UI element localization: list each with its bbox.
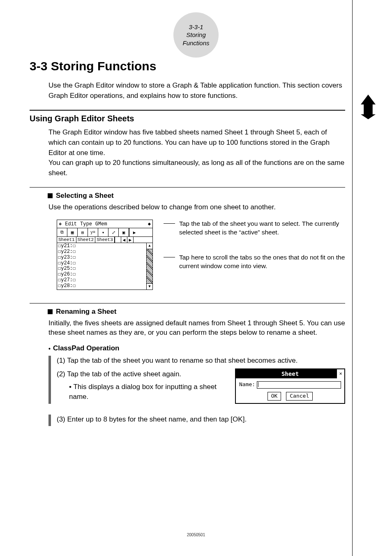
list-item[interactable]: ☐y24:☐: [58, 261, 145, 266]
list-item[interactable]: ☐y21:☐: [58, 243, 145, 249]
menu-more-icon[interactable]: ◆: [148, 221, 151, 227]
rule-thin-1: [30, 187, 345, 188]
step-1: (1) Tap the tab of the sheet you want to…: [57, 356, 345, 366]
heading-1: 3-3 Storing Functions: [30, 59, 345, 73]
list-item[interactable]: ☐y26:☐: [58, 272, 145, 278]
classpad-operation-heading: ClassPad Operation: [48, 344, 345, 352]
rule-thick: [30, 110, 345, 111]
side-marker-icon: [361, 95, 376, 119]
page-body: 3-3 Storing Functions Use the Graph Edit…: [30, 53, 345, 427]
close-icon[interactable]: ✕: [337, 369, 344, 378]
tab-sheet1[interactable]: Sheet1: [57, 237, 76, 243]
header-circle: 3-3-1 Storing Functions: [173, 12, 219, 58]
ok-button[interactable]: OK: [267, 392, 281, 401]
cancel-button[interactable]: Cancel: [286, 392, 313, 401]
heading-3-renaming-text: Renaming a Sheet: [56, 308, 116, 316]
sheets-paragraph: The Graph Editor window has five tabbed …: [48, 127, 345, 178]
tab-scroll-left[interactable]: ◀: [121, 237, 127, 243]
function-rows: ☐y21:☐ ☐y22:☐ ☐y23:☐ ☐y24:☐ ☐y25:☐ ☐y26:…: [57, 243, 146, 289]
menu-gmem[interactable]: GMem: [95, 221, 107, 227]
heading-3-renaming: Renaming a Sheet: [48, 308, 345, 316]
square-bullet-icon: [48, 309, 53, 314]
list-item[interactable]: ☐y23:☐: [58, 255, 145, 261]
rule-thin-2: [30, 303, 345, 303]
toolbar-zoom-icon[interactable]: ⤢: [108, 228, 119, 236]
sheet-dialog: Sheet ✕ Name: OK Canc: [235, 368, 345, 404]
toolbar-grid-icon[interactable]: ⊞: [78, 228, 88, 236]
step-side-bar: [48, 415, 51, 426]
header-section-number: 3-3-1: [189, 23, 203, 31]
toolbar-right-icon[interactable]: ▶: [129, 228, 139, 236]
graph-editor-figure: ❖ Edit Type GMem ◆ ⧉ ▦ ⊞ y= ▾ ⤢ ▣ ▶: [57, 220, 164, 290]
tab-scroll-divider: [115, 237, 121, 243]
renaming-paragraph: Initially, the fives sheets are assigned…: [48, 318, 345, 338]
graph-editor-menu: ❖ Edit Type GMem ◆: [57, 220, 152, 228]
scroll-up-icon[interactable]: ▲: [147, 243, 152, 249]
step-3: (3) Enter up to 8 bytes for the sheet na…: [57, 415, 345, 425]
figure-callouts: Tap the tab of the sheet you want to sel…: [171, 220, 345, 287]
dialog-title-bar: Sheet ✕: [236, 369, 344, 378]
heading-2-sheets: Using Graph Editor Sheets: [30, 114, 345, 123]
selecting-paragraph: Use the operations described below to ch…: [48, 202, 345, 212]
page-divider: [352, 0, 353, 556]
list-item[interactable]: ☐y25:☐: [58, 266, 145, 272]
toolbar-table-icon[interactable]: ▦: [67, 228, 78, 236]
heading-3-selecting: Selecting a Sheet: [48, 192, 345, 200]
scroll-track[interactable]: [147, 249, 152, 283]
menu-icon[interactable]: ❖: [59, 221, 62, 227]
toolbar-window-icon[interactable]: ▣: [119, 228, 129, 236]
toolbar-yequals-icon[interactable]: y=: [88, 228, 98, 236]
dialog-title-text: Sheet: [281, 371, 299, 377]
scroll-down-icon[interactable]: ▼: [147, 283, 152, 290]
square-bullet-icon: [48, 193, 53, 198]
step-2: (2) Tap the tab of the active sheet agai…: [57, 369, 230, 380]
footer-number: 20050501: [187, 533, 205, 537]
tab-sheet2[interactable]: Sheet2: [76, 237, 96, 243]
toolbar-graph-icon[interactable]: ⧉: [57, 228, 67, 236]
name-label: Name:: [239, 381, 255, 389]
tab-sheet3[interactable]: Sheet3: [95, 237, 115, 243]
list-item[interactable]: ☐y22:☐: [58, 249, 145, 255]
name-input[interactable]: [257, 381, 341, 389]
header-section-title: Storing Functions: [173, 31, 219, 47]
tab-scroll-right[interactable]: ▶: [127, 237, 134, 243]
figure-row: ❖ Edit Type GMem ◆ ⧉ ▦ ⊞ y= ▾ ⤢ ▣ ▶: [48, 220, 345, 290]
intro-text: Use the Graph Editor window to store a G…: [48, 81, 345, 101]
callout-scroll-tabs: Tap here to scroll the tabs so the ones …: [171, 253, 345, 271]
sheet-tabs: Sheet1 Sheet2 Sheet3 ◀ ▶: [57, 237, 152, 243]
scrollbar[interactable]: ▲ ▼: [146, 243, 152, 289]
step-2-sub: • This displays a dialog box for inputti…: [69, 382, 230, 402]
menu-edit[interactable]: Edit: [65, 221, 77, 227]
menu-type[interactable]: Type: [80, 221, 92, 227]
function-list: ☐y21:☐ ☐y22:☐ ☐y23:☐ ☐y24:☐ ☐y25:☐ ☐y26:…: [57, 243, 152, 289]
steps-block: (1) Tap the tab of the sheet you want to…: [48, 355, 345, 427]
list-item[interactable]: ☐y27:☐: [58, 278, 145, 283]
graph-editor-window: ❖ Edit Type GMem ◆ ⧉ ▦ ⊞ y= ▾ ⤢ ▣ ▶: [57, 220, 153, 290]
sheet-dialog-figure: Sheet ✕ Name: OK Canc: [235, 368, 345, 404]
heading-3-selecting-text: Selecting a Sheet: [56, 192, 114, 200]
step-side-bar: [48, 356, 51, 404]
toolbar-dropdown-icon[interactable]: ▾: [98, 228, 108, 236]
callout-active-tab: Tap the tab of the sheet you want to sel…: [171, 220, 345, 237]
graph-editor-toolbar: ⧉ ▦ ⊞ y= ▾ ⤢ ▣ ▶: [57, 228, 152, 237]
list-item[interactable]: ☐y28:☐: [58, 283, 145, 289]
